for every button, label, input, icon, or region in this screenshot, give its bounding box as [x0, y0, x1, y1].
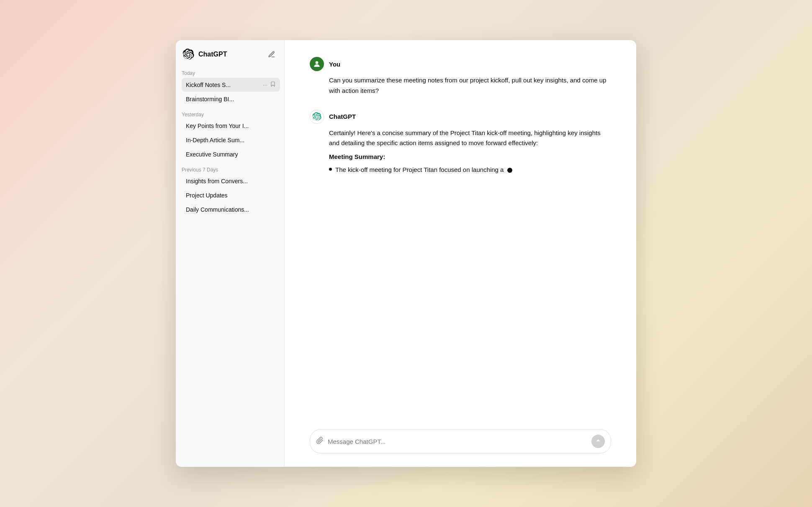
- send-button[interactable]: [591, 435, 605, 448]
- sidebar-section-yesterday: Yesterday Key Points from Your I... In-D…: [176, 108, 284, 164]
- chat-item-executive-text: Executive Summary: [186, 151, 276, 158]
- chat-item-executive[interactable]: Executive Summary: [182, 148, 280, 161]
- gpt-avatar-icon: [312, 112, 321, 121]
- messages-area: You Can you summarize these meeting note…: [285, 40, 636, 422]
- gpt-bullet-item: The kick-off meeting for Project Titan f…: [329, 165, 611, 175]
- gpt-message-body: Certainly! Here's a concise summary of t…: [310, 128, 611, 175]
- chat-item-keypoints-text: Key Points from Your I...: [186, 123, 276, 129]
- app-window: ChatGPT Today Kickoff Notes S... ···: [176, 40, 636, 467]
- chat-item-kickoff-text: Kickoff Notes S...: [186, 82, 263, 88]
- sidebar-header: ChatGPT: [176, 40, 284, 67]
- chat-item-brainstorming-text: Brainstorming BI...: [186, 96, 276, 102]
- message-input[interactable]: [328, 438, 587, 445]
- bullet-dot-icon: [329, 168, 332, 171]
- chat-item-brainstorming[interactable]: Brainstorming BI...: [182, 92, 280, 106]
- gpt-intro-text: Certainly! Here's a concise summary of t…: [329, 128, 611, 149]
- section-label-yesterday: Yesterday: [182, 112, 280, 118]
- chat-item-dailycomms-text: Daily Communications...: [186, 206, 276, 213]
- attach-icon[interactable]: [316, 437, 324, 446]
- bookmark-icon: [270, 81, 276, 88]
- user-avatar: [310, 57, 324, 71]
- chat-item-insights-text: Insights from Convers...: [186, 178, 276, 184]
- new-chat-icon[interactable]: [266, 49, 278, 60]
- sidebar-section-today: Today Kickoff Notes S... ··· Brainstormi…: [176, 67, 284, 108]
- main-chat: You Can you summarize these meeting note…: [285, 40, 636, 467]
- user-label: You: [329, 61, 340, 68]
- user-message: You Can you summarize these meeting note…: [310, 57, 611, 96]
- section-label-previous: Previous 7 Days: [182, 167, 280, 173]
- chat-item-dailycomms[interactable]: Daily Communications...: [182, 203, 280, 216]
- gpt-message: ChatGPT Certainly! Here's a concise summ…: [310, 110, 611, 175]
- gpt-message-header: ChatGPT: [310, 110, 611, 124]
- chat-item-kickoff[interactable]: Kickoff Notes S... ···: [182, 78, 280, 92]
- chat-item-projectupdates[interactable]: Project Updates: [182, 189, 280, 202]
- chat-item-insights[interactable]: Insights from Convers...: [182, 174, 280, 188]
- user-message-text: Can you summarize these meeting notes fr…: [329, 75, 611, 96]
- svg-point-0: [316, 61, 319, 64]
- gpt-avatar: [310, 110, 324, 124]
- sidebar: ChatGPT Today Kickoff Notes S... ···: [176, 40, 285, 467]
- chat-item-indepth-text: In-Depth Article Sum...: [186, 137, 276, 143]
- chat-item-keypoints[interactable]: Key Points from Your I...: [182, 119, 280, 133]
- chatgpt-logo-icon: [182, 49, 194, 60]
- chat-item-kickoff-icons: ···: [263, 81, 276, 88]
- gpt-bullet-text: The kick-off meeting for Project Titan f…: [335, 165, 512, 175]
- chat-item-indepth[interactable]: In-Depth Article Sum...: [182, 133, 280, 147]
- more-icon: ···: [263, 82, 267, 88]
- gpt-section-title: Meeting Summary:: [329, 152, 611, 162]
- input-box: [310, 429, 611, 453]
- user-message-body: Can you summarize these meeting notes fr…: [310, 75, 611, 96]
- chat-item-projectupdates-text: Project Updates: [186, 192, 276, 199]
- typing-indicator: [507, 168, 512, 173]
- brand-label: ChatGPT: [198, 51, 227, 58]
- sidebar-section-previous: Previous 7 Days Insights from Convers...…: [176, 164, 284, 219]
- brand: ChatGPT: [182, 49, 227, 60]
- input-area: [285, 422, 636, 467]
- section-label-today: Today: [182, 70, 280, 76]
- gpt-label: ChatGPT: [329, 113, 356, 120]
- user-message-header: You: [310, 57, 611, 71]
